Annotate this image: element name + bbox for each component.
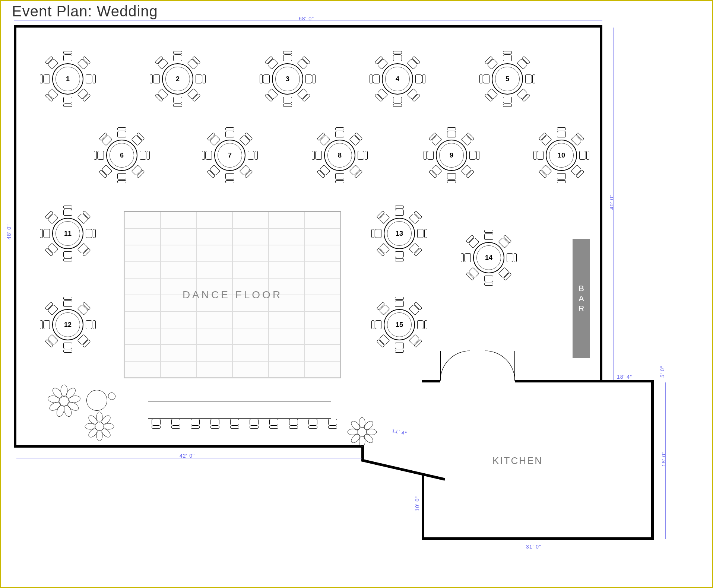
dimension-bar-gap: 5' 0": [659, 366, 665, 378]
chair: [461, 132, 475, 146]
chair: [86, 74, 96, 84]
dance-floor-tile: [196, 278, 232, 295]
dance-floor-tile: [161, 229, 197, 245]
dance-floor-tile: [196, 311, 232, 328]
table-number: 2: [162, 63, 193, 95]
head-chair: [171, 418, 181, 429]
dance-floor-tile: [124, 328, 161, 345]
wall-diagonal: [361, 459, 445, 481]
chair: [580, 150, 589, 160]
dance-floor-tile: [196, 328, 232, 345]
chair: [428, 132, 442, 146]
chair: [409, 243, 422, 257]
chair: [45, 210, 58, 224]
dance-floor-tile: [269, 245, 305, 262]
dance-floor-tile: [161, 295, 197, 312]
chair: [45, 243, 58, 257]
chair: [131, 165, 145, 178]
dance-floor-tile: [304, 344, 340, 361]
table-number: 1: [52, 63, 83, 95]
dimension-right-main: 40' 0": [609, 194, 615, 210]
round-table: 1: [38, 49, 98, 109]
table-number: 10: [546, 140, 577, 171]
plant-icon: [81, 409, 118, 444]
dance-floor-tile: [161, 212, 197, 229]
dance-floor-tile: [196, 245, 232, 262]
dance-floor-tile: [196, 344, 232, 361]
chair: [77, 88, 91, 102]
chair: [187, 56, 201, 70]
chair: [418, 320, 427, 330]
round-table: 14: [459, 228, 519, 287]
chair: [538, 132, 552, 146]
chair: [461, 253, 470, 263]
chair: [394, 252, 404, 261]
chair: [335, 174, 345, 183]
svg-point-4: [95, 422, 104, 431]
chair: [63, 97, 73, 107]
round-table: 7: [200, 125, 260, 185]
dance-floor-tile: [196, 295, 232, 312]
chair: [45, 334, 58, 348]
chair: [63, 206, 73, 215]
side-stool: [108, 392, 115, 400]
dance-floor-tile: [232, 361, 269, 378]
chair: [117, 174, 127, 183]
chair: [533, 150, 543, 160]
dance-floor-tile: [161, 328, 197, 345]
dance-floor-tile: [304, 311, 340, 328]
head-chair: [210, 418, 220, 429]
plant-icon: [44, 381, 85, 418]
dance-floor-tile: [196, 212, 232, 229]
chair: [409, 334, 422, 348]
dimension-line-left: [10, 28, 10, 446]
dimension-corridor-v: 10' 0": [414, 496, 420, 511]
round-table: 11: [38, 204, 98, 263]
chair: [571, 132, 584, 146]
dance-floor-tile: [304, 245, 340, 262]
chair: [63, 51, 73, 61]
side-round-table: [86, 390, 107, 411]
dance-floor-tile: [161, 344, 197, 361]
chair: [335, 127, 345, 137]
head-table: [148, 401, 331, 419]
chair: [207, 132, 221, 146]
wall-top: [14, 25, 602, 28]
dance-floor-tile: [232, 311, 269, 328]
dance-floor-tile: [232, 245, 269, 262]
dance-floor-tile: [269, 361, 305, 378]
svg-point-18: [359, 436, 365, 446]
round-table: 8: [310, 125, 370, 185]
chair: [225, 127, 235, 137]
chair: [418, 229, 427, 238]
round-table: 13: [370, 204, 429, 263]
chair: [225, 174, 235, 183]
chair: [45, 88, 58, 102]
chair: [77, 243, 91, 257]
dance-floor-tile: [124, 229, 161, 245]
chair: [155, 56, 168, 70]
dance-floor-tile: [161, 262, 197, 279]
dance-floor-tile: [304, 212, 340, 229]
dance-floor-tile: [269, 262, 305, 279]
chair: [484, 56, 498, 70]
table-number: 8: [324, 140, 355, 171]
dance-floor-tile: [269, 328, 305, 345]
chair: [371, 229, 381, 238]
dance-floor-tile: [161, 245, 197, 262]
dimension-kitchen-right: 18' 0": [661, 451, 667, 467]
chair: [260, 74, 269, 84]
chair: [394, 343, 404, 353]
chair: [484, 230, 494, 239]
chair: [424, 150, 433, 160]
chair: [376, 302, 390, 315]
round-table: 4: [368, 49, 427, 109]
chair: [394, 297, 404, 306]
chair: [239, 132, 253, 146]
chair: [63, 343, 73, 353]
chair: [349, 132, 363, 146]
chair: [196, 74, 206, 84]
chair: [131, 132, 145, 146]
dance-floor-tile: [124, 212, 161, 229]
dance-floor-tile: [124, 295, 161, 312]
